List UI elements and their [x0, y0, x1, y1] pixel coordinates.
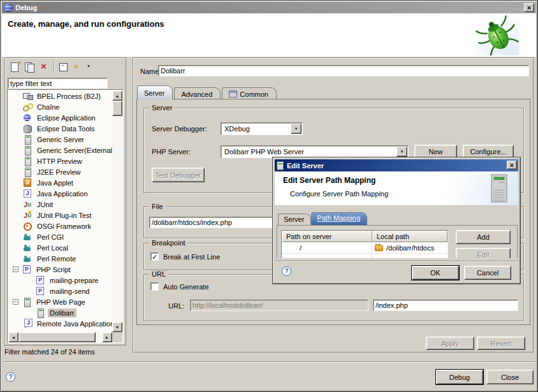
- server-icon: [22, 134, 33, 144]
- scroll-down-icon[interactable]: ▼: [112, 322, 122, 332]
- server-icon: [277, 161, 284, 170]
- name-input[interactable]: [158, 65, 529, 76]
- dialog-close-icon[interactable]: ×: [507, 161, 517, 170]
- configure-server-button[interactable]: Configure...: [463, 145, 514, 158]
- duplicate-icon[interactable]: [24, 61, 36, 73]
- tree-item-generic-server-external[interactable]: Generic Server(External La: [8, 145, 112, 156]
- new-configuration-icon[interactable]: [9, 61, 22, 73]
- tree-item-dolibarr[interactable]: Dolibarr: [8, 307, 112, 318]
- chevron-down-icon[interactable]: ▼: [291, 124, 302, 134]
- vertical-scroll-thumb[interactable]: [112, 101, 122, 116]
- chevron-down-icon[interactable]: ▼: [396, 147, 407, 157]
- tree-item-junit-plugin-test[interactable]: JUnit Plug-in Test: [8, 210, 112, 221]
- tab-strip: Server Advanced Common: [137, 85, 278, 99]
- collapse-toggle-icon[interactable]: −: [13, 299, 18, 305]
- tree-item-mailing-send[interactable]: mailing-send: [8, 286, 112, 296]
- break-first-line-checkbox[interactable]: ✓: [150, 252, 159, 261]
- dialog-tab-server[interactable]: Server: [278, 214, 311, 226]
- eclipse-application-icon: [22, 113, 33, 122]
- url-input[interactable]: [190, 300, 368, 311]
- dialog-header: Edit Server Path Mapping Configure Serve…: [275, 171, 518, 206]
- dialog-tab-path-mapping[interactable]: Path Mapping: [311, 212, 367, 226]
- delete-icon[interactable]: [38, 61, 51, 73]
- column-local-path[interactable]: Local path: [372, 231, 447, 242]
- cancel-button[interactable]: Cancel: [464, 266, 511, 280]
- filter-status: Filter matched 24 of 24 items: [4, 348, 95, 356]
- apply-button[interactable]: Apply: [426, 337, 474, 350]
- close-button[interactable]: Close: [486, 370, 534, 384]
- tab-common[interactable]: Common: [222, 87, 277, 99]
- scroll-up-icon[interactable]: ▲: [112, 91, 122, 101]
- url-group-legend: URL: [149, 270, 168, 278]
- tree-vertical-scrollbar[interactable]: ▲ ▼: [112, 91, 122, 332]
- window-close-icon[interactable]: ×: [524, 3, 534, 12]
- tree-item-remote-java-application[interactable]: Remote Java Application: [8, 318, 112, 329]
- table-row-empty[interactable]: [282, 254, 447, 258]
- tree-item-mailing-prepare[interactable]: mailing-prepare: [8, 275, 112, 286]
- php-server-select[interactable]: Dolibarr PHP Web Server ▼: [221, 145, 409, 158]
- tree-item-java-application[interactable]: Java Application: [8, 188, 112, 199]
- tree-item-osgi-framework[interactable]: OSGi Framework: [8, 221, 112, 231]
- url-path-input[interactable]: [373, 300, 518, 311]
- revert-button[interactable]: Revert: [477, 337, 525, 350]
- tree-item-http-preview[interactable]: HTTP Preview: [8, 156, 112, 166]
- tree-item-perl-cgi[interactable]: Perl CGI: [8, 231, 112, 242]
- table-row[interactable]: / /dolibarr/htdocs: [282, 242, 447, 254]
- remote-java-icon: [22, 319, 33, 328]
- server-icon: [22, 156, 33, 166]
- debug-button[interactable]: Debug: [436, 370, 483, 384]
- java-application-icon: [22, 189, 33, 198]
- tree-horizontal-scrollbar[interactable]: ◄ ►: [8, 332, 112, 342]
- test-debugger-button[interactable]: Test Debugger: [152, 168, 205, 182]
- help-icon[interactable]: ?: [282, 266, 291, 276]
- tab-server[interactable]: Server: [137, 85, 173, 99]
- footer-separator: [3, 361, 535, 363]
- java-applet-icon: [22, 178, 33, 187]
- local-path-cell[interactable]: /dolibarr/htdocs: [372, 242, 447, 253]
- tree-item-php-web-page[interactable]: −PHP Web Page: [8, 296, 112, 307]
- junit-icon: [22, 200, 33, 209]
- server-debugger-label: Server Debugger:: [152, 125, 207, 133]
- server-icon: [22, 167, 33, 177]
- window-titlebar[interactable]: Debug ×: [2, 2, 536, 13]
- ok-button[interactable]: OK: [412, 266, 459, 280]
- add-mapping-button[interactable]: Add: [456, 230, 511, 244]
- tree-item-eclipse-application[interactable]: Eclipse Application: [8, 112, 112, 123]
- toolbar-separator: [54, 61, 54, 71]
- path-on-server-cell[interactable]: /: [282, 242, 372, 253]
- osgi-framework-icon: [22, 221, 33, 231]
- tab-advanced[interactable]: Advanced: [174, 87, 221, 99]
- edit-mapping-button[interactable]: Edit: [456, 248, 511, 258]
- tree-item-generic-server[interactable]: Generic Server: [8, 134, 112, 145]
- tree-item-chaine[interactable]: Chaîne: [8, 101, 112, 112]
- tree-item-j2ee-preview[interactable]: J2EE Preview: [8, 166, 112, 177]
- collapse-toggle-icon[interactable]: −: [13, 266, 18, 272]
- horizontal-scroll-thumb[interactable]: [18, 332, 96, 342]
- url-label: URL:: [168, 302, 184, 310]
- tree-item-php-script[interactable]: −PHP Script: [8, 264, 112, 275]
- auto-generate-checkbox[interactable]: [150, 282, 159, 291]
- filter-icon[interactable]: [73, 61, 85, 73]
- column-path-on-server[interactable]: Path on server: [282, 231, 372, 242]
- configurations-sidebar: BPEL Process (B2J) Chaîne Eclipse Applic…: [4, 57, 126, 345]
- scroll-left-icon[interactable]: ◄: [8, 332, 18, 342]
- help-icon[interactable]: ?: [6, 372, 15, 382]
- dialog-titlebar[interactable]: Edit Server ×: [275, 159, 518, 171]
- dialog-heading: Edit Server Path Mapping: [283, 176, 375, 185]
- filter-menu-caret-icon[interactable]: [84, 61, 97, 73]
- tree-item-perl-remote[interactable]: Perl Remote: [8, 253, 112, 264]
- tree-item-junit[interactable]: JUnit: [8, 199, 112, 210]
- dialog-subheading: Configure Server Path Mapping: [290, 190, 388, 198]
- breakpoint-group-legend: Breakpoint: [149, 239, 188, 247]
- tree-item-eclipse-data-tools[interactable]: Eclipse Data Tools: [8, 123, 112, 134]
- server-debugger-select[interactable]: XDebug ▼: [221, 122, 303, 135]
- filter-input[interactable]: [8, 78, 108, 89]
- collapse-all-icon[interactable]: [57, 61, 70, 73]
- scroll-right-icon[interactable]: ►: [102, 332, 112, 342]
- new-server-button[interactable]: New: [414, 145, 457, 158]
- tree-item-perl-local[interactable]: Perl Local: [8, 242, 112, 253]
- tree-item-java-applet[interactable]: Java Applet: [8, 177, 112, 188]
- tree-content: BPEL Process (B2J) Chaîne Eclipse Applic…: [8, 91, 112, 332]
- php-server-label: PHP Server:: [152, 148, 191, 156]
- tree-item-bpel-process[interactable]: BPEL Process (B2J): [8, 91, 112, 101]
